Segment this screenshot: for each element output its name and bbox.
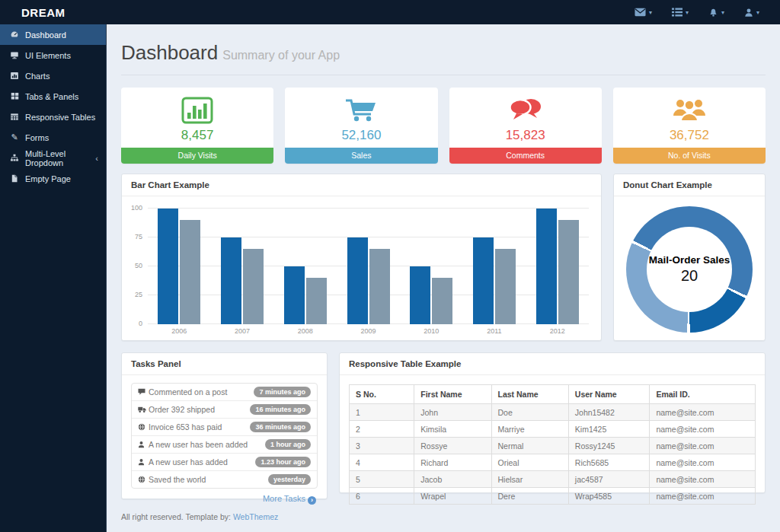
x-tick-label: 2010 xyxy=(400,327,463,335)
sidebar-item-tabs-panels[interactable]: Tabs & Panels xyxy=(0,86,106,107)
page-subtitle: Summary of your App xyxy=(222,49,340,62)
bar-group xyxy=(211,209,274,324)
x-tick-label: 2012 xyxy=(526,327,589,335)
cell-email: name@site.com xyxy=(650,471,756,488)
bar-group xyxy=(273,209,337,324)
desktop-icon xyxy=(10,51,19,59)
bar-chart-yaxis: 0255075100 xyxy=(126,209,148,324)
cell-sno: 1 xyxy=(350,404,414,421)
task-item[interactable]: A new user has been added 1 hour ago xyxy=(132,435,317,453)
task-text: Invoice 653 has paid xyxy=(149,422,250,432)
cell-first-name: Jacob xyxy=(414,471,491,488)
panel-title: Donut Chart Example xyxy=(614,174,765,196)
bar-2011-primary xyxy=(473,237,494,324)
notifications-dropdown-button[interactable]: ▾ xyxy=(698,8,734,18)
donut-label: Mail-Order Sales xyxy=(626,254,753,266)
dashboard-icon xyxy=(10,30,19,39)
comments-icon xyxy=(449,88,602,126)
cart-icon xyxy=(285,88,437,126)
sidebar-item-label: Tabs & Panels xyxy=(25,92,78,101)
top-navbar: DREAM ▾ ▾ ▾ ▾ xyxy=(0,0,780,24)
bell-icon xyxy=(708,8,718,18)
sidebar-item-empty-page[interactable]: Empty Page xyxy=(0,168,106,189)
bar-2009-primary xyxy=(347,237,368,324)
cell-last-name: Hielsar xyxy=(491,471,568,488)
tasks-dropdown-button[interactable]: ▾ xyxy=(662,8,698,17)
task-item[interactable]: Commented on a post 7 minutes ago xyxy=(132,384,317,400)
panel-title: Responsive Table Example xyxy=(340,353,765,375)
cell-sno: 6 xyxy=(350,488,414,505)
cell-email: name@site.com xyxy=(650,488,756,505)
user-dropdown-button[interactable]: ▾ xyxy=(734,8,769,18)
bar-group xyxy=(463,209,526,324)
stat-card-sales: 52,160 Sales xyxy=(285,88,437,164)
stat-value: 52,160 xyxy=(285,126,437,148)
stat-label: Sales xyxy=(285,148,437,164)
globe-icon xyxy=(138,476,149,483)
sidebar-item-multi-level-dropdown[interactable]: Multi-Level Dropdown ‹ xyxy=(0,148,106,168)
caret-down-icon: ▾ xyxy=(649,9,652,16)
bar-2012-primary xyxy=(536,209,557,324)
task-text: A new user has been added xyxy=(149,440,265,449)
tasks-icon xyxy=(672,8,682,17)
bar-group xyxy=(400,209,463,324)
cell-sno: 5 xyxy=(350,471,414,488)
cell-first-name: Kimsila xyxy=(414,421,491,438)
mail-dropdown-button[interactable]: ▾ xyxy=(625,8,662,17)
sidebar-item-label: Empty Page xyxy=(25,174,71,183)
sidebar-item-dashboard[interactable]: Dashboard xyxy=(0,24,106,45)
bar-chart-plot xyxy=(148,209,589,324)
cell-last-name: Dere xyxy=(491,488,568,505)
more-tasks-label: More Tasks xyxy=(263,494,305,503)
more-tasks-link[interactable]: More Tasks› xyxy=(131,489,318,510)
bar-chart-panel: Bar Chart Example 0255075100 20062007200… xyxy=(121,174,602,341)
column-header: S No. xyxy=(350,385,414,404)
y-tick-label: 0 xyxy=(139,320,142,327)
sidebar-item-responsive-tables[interactable]: Responsive Tables xyxy=(0,107,106,127)
task-text: A new user has added xyxy=(149,457,255,467)
caret-down-icon: ▾ xyxy=(756,9,759,16)
stat-label: Daily Visits xyxy=(121,148,273,164)
task-item[interactable]: A new user has added 1.23 hour ago xyxy=(132,453,317,470)
sidebar-item-forms[interactable]: ✎ Forms xyxy=(0,127,106,148)
brand-logo: DREAM xyxy=(0,6,66,19)
footer-text: All right reserved. Template by: xyxy=(121,512,231,521)
bar-chart: 0255075100 2006200720082009201020112012 xyxy=(122,196,601,338)
sidebar: Dashboard UI Elements Charts Tabs & Pane… xyxy=(0,24,107,532)
cell-user-name: Rossy1245 xyxy=(568,438,650,454)
footer-link[interactable]: WebThemez xyxy=(233,512,278,521)
cell-first-name: Rossye xyxy=(414,438,491,454)
sidebar-item-charts[interactable]: Charts xyxy=(0,65,106,86)
y-tick-label: 50 xyxy=(135,262,142,269)
sidebar-item-label: Multi-Level Dropdown xyxy=(25,149,96,167)
task-item[interactable]: Saved the world yesterday xyxy=(132,470,317,488)
panel-title: Bar Chart Example xyxy=(122,174,601,196)
grid-icon xyxy=(10,92,19,100)
bar-2010-secondary xyxy=(432,278,452,324)
task-item[interactable]: Order 392 shipped 16 minutes ago xyxy=(132,400,317,418)
stat-label: Comments xyxy=(449,148,602,164)
task-time-badge: 1.23 hour ago xyxy=(255,457,311,467)
page-header: DashboardSummary of your App xyxy=(121,41,766,75)
cell-sno: 4 xyxy=(350,454,414,471)
x-tick-label: 2007 xyxy=(211,327,274,335)
bar-2008-secondary xyxy=(306,278,327,324)
cell-email: name@site.com xyxy=(650,454,756,471)
table-icon xyxy=(10,113,19,121)
donut-center-text: Mail-Order Sales 20 xyxy=(626,254,753,285)
sidebar-item-label: UI Elements xyxy=(25,51,71,60)
task-time-badge: yesterday xyxy=(268,474,311,485)
cell-user-name: jac4587 xyxy=(568,471,650,488)
task-time-badge: 16 minutes ago xyxy=(250,404,311,415)
task-list: Commented on a post 7 minutes ago Order … xyxy=(131,383,318,489)
sidebar-item-ui-elements[interactable]: UI Elements xyxy=(0,45,106,65)
y-tick-label: 75 xyxy=(135,233,142,241)
cell-email: name@site.com xyxy=(650,438,756,454)
cell-last-name: Doe xyxy=(491,404,568,421)
bar-2008-primary xyxy=(284,266,305,324)
task-item[interactable]: Invoice 653 has paid 36 minutes ago xyxy=(132,418,317,435)
cell-last-name: Orieal xyxy=(491,454,568,471)
x-tick-label: 2008 xyxy=(273,327,337,335)
user-icon xyxy=(744,8,753,18)
x-tick-label: 2009 xyxy=(337,327,400,335)
